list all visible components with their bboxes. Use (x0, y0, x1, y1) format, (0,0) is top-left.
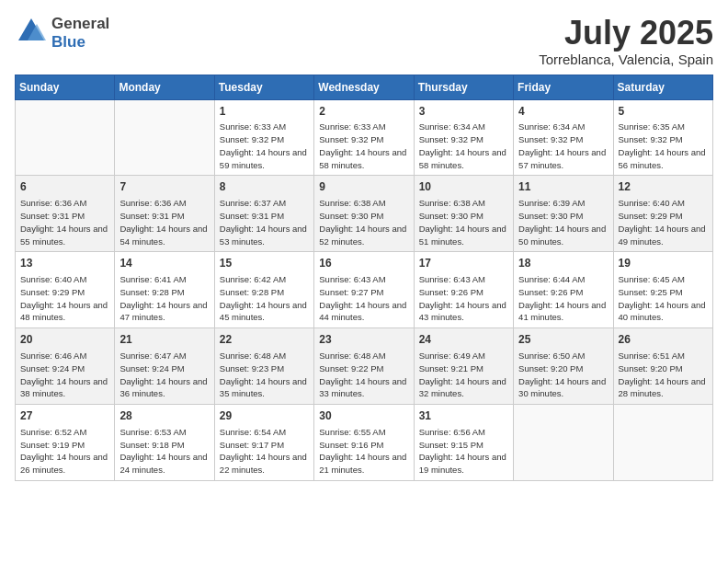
weekday-header: Thursday (414, 75, 513, 99)
title-area: July 2025 Torreblanca, Valencia, Spain (539, 15, 713, 67)
day-info: Sunrise: 6:52 AMSunset: 9:19 PMDaylight:… (20, 426, 109, 477)
day-number: 2 (319, 104, 408, 120)
day-info: Sunrise: 6:48 AMSunset: 9:22 PMDaylight:… (319, 350, 408, 400)
calendar-cell: 11Sunrise: 6:39 AMSunset: 9:30 PMDayligh… (514, 176, 613, 252)
day-number: 3 (419, 104, 508, 120)
calendar-cell: 29Sunrise: 6:54 AMSunset: 9:17 PMDayligh… (214, 405, 313, 481)
calendar-cell: 5Sunrise: 6:35 AMSunset: 9:32 PMDaylight… (613, 99, 712, 176)
calendar-week-row: 1Sunrise: 6:33 AMSunset: 9:32 PMDaylight… (16, 99, 713, 176)
day-number: 15 (220, 256, 309, 271)
day-info: Sunrise: 6:43 AMSunset: 9:27 PMDaylight:… (319, 273, 408, 324)
day-info: Sunrise: 6:47 AMSunset: 9:24 PMDaylight:… (119, 350, 209, 400)
day-info: Sunrise: 6:55 AMSunset: 9:16 PMDaylight:… (319, 426, 408, 477)
calendar-cell: 6Sunrise: 6:36 AMSunset: 9:31 PMDaylight… (16, 176, 115, 252)
day-info: Sunrise: 6:40 AMSunset: 9:29 PMDaylight:… (20, 273, 109, 324)
day-number: 21 (119, 332, 209, 348)
day-info: Sunrise: 6:53 AMSunset: 9:18 PMDaylight:… (119, 426, 209, 477)
day-info: Sunrise: 6:39 AMSunset: 9:30 PMDaylight:… (518, 197, 608, 247)
day-info: Sunrise: 6:34 AMSunset: 9:32 PMDaylight:… (518, 121, 608, 171)
day-number: 14 (119, 256, 209, 271)
calendar-table: SundayMondayTuesdayWednesdayThursdayFrid… (15, 75, 713, 481)
calendar-cell: 10Sunrise: 6:38 AMSunset: 9:30 PMDayligh… (414, 176, 513, 252)
day-number: 12 (619, 179, 708, 195)
calendar-cell: 25Sunrise: 6:50 AMSunset: 9:20 PMDayligh… (514, 328, 613, 405)
day-number: 28 (119, 408, 209, 424)
day-number: 18 (518, 256, 608, 271)
calendar-cell: 18Sunrise: 6:44 AMSunset: 9:26 PMDayligh… (514, 252, 613, 328)
day-number: 22 (220, 332, 309, 348)
day-info: Sunrise: 6:43 AMSunset: 9:26 PMDaylight:… (419, 273, 508, 324)
day-number: 7 (119, 179, 209, 195)
weekday-header: Tuesday (214, 75, 313, 99)
calendar-cell: 16Sunrise: 6:43 AMSunset: 9:27 PMDayligh… (314, 252, 414, 328)
calendar-cell: 17Sunrise: 6:43 AMSunset: 9:26 PMDayligh… (414, 252, 513, 328)
day-info: Sunrise: 6:50 AMSunset: 9:20 PMDaylight:… (518, 350, 608, 400)
calendar-cell: 1Sunrise: 6:33 AMSunset: 9:32 PMDaylight… (214, 99, 313, 176)
day-info: Sunrise: 6:51 AMSunset: 9:20 PMDaylight:… (619, 350, 708, 400)
day-info: Sunrise: 6:38 AMSunset: 9:30 PMDaylight:… (319, 197, 408, 247)
day-number: 17 (419, 256, 508, 271)
calendar-week-row: 6Sunrise: 6:36 AMSunset: 9:31 PMDaylight… (16, 176, 713, 252)
day-info: Sunrise: 6:48 AMSunset: 9:23 PMDaylight:… (220, 350, 309, 400)
day-number: 29 (220, 408, 309, 424)
calendar-week-row: 27Sunrise: 6:52 AMSunset: 9:19 PMDayligh… (16, 405, 713, 481)
calendar-week-row: 13Sunrise: 6:40 AMSunset: 9:29 PMDayligh… (16, 252, 713, 328)
page-header: General Blue July 2025 Torreblanca, Vale… (15, 15, 713, 67)
calendar-cell: 19Sunrise: 6:45 AMSunset: 9:25 PMDayligh… (613, 252, 712, 328)
calendar-cell: 8Sunrise: 6:37 AMSunset: 9:31 PMDaylight… (214, 176, 313, 252)
day-number: 1 (220, 104, 309, 120)
day-number: 6 (20, 179, 109, 195)
calendar-cell: 23Sunrise: 6:48 AMSunset: 9:22 PMDayligh… (314, 328, 414, 405)
day-info: Sunrise: 6:33 AMSunset: 9:32 PMDaylight:… (220, 121, 309, 171)
day-info: Sunrise: 6:41 AMSunset: 9:28 PMDaylight:… (119, 273, 209, 324)
calendar-cell: 24Sunrise: 6:49 AMSunset: 9:21 PMDayligh… (414, 328, 513, 405)
logo-blue: Blue (51, 33, 85, 51)
day-info: Sunrise: 6:40 AMSunset: 9:29 PMDaylight:… (619, 197, 708, 247)
day-info: Sunrise: 6:36 AMSunset: 9:31 PMDaylight:… (119, 197, 209, 247)
calendar-cell: 30Sunrise: 6:55 AMSunset: 9:16 PMDayligh… (314, 405, 414, 481)
day-number: 13 (20, 256, 109, 271)
day-number: 25 (518, 332, 608, 348)
logo: General Blue (15, 15, 109, 52)
day-number: 5 (619, 104, 708, 120)
day-info: Sunrise: 6:33 AMSunset: 9:32 PMDaylight:… (319, 121, 408, 171)
logo-general: General (51, 15, 109, 33)
calendar-cell (514, 405, 613, 481)
day-number: 10 (419, 179, 508, 195)
day-number: 4 (518, 104, 608, 120)
calendar-cell: 7Sunrise: 6:36 AMSunset: 9:31 PMDaylight… (115, 176, 214, 252)
logo-graphic (15, 15, 48, 52)
day-number: 9 (319, 179, 408, 195)
calendar-cell: 13Sunrise: 6:40 AMSunset: 9:29 PMDayligh… (16, 252, 115, 328)
calendar-cell: 4Sunrise: 6:34 AMSunset: 9:32 PMDaylight… (514, 99, 613, 176)
day-info: Sunrise: 6:44 AMSunset: 9:26 PMDaylight:… (518, 273, 608, 324)
day-info: Sunrise: 6:46 AMSunset: 9:24 PMDaylight:… (20, 350, 109, 400)
day-info: Sunrise: 6:34 AMSunset: 9:32 PMDaylight:… (419, 121, 508, 171)
day-info: Sunrise: 6:38 AMSunset: 9:30 PMDaylight:… (419, 197, 508, 247)
weekday-header: Monday (115, 75, 214, 99)
weekday-header: Saturday (613, 75, 712, 99)
calendar-cell (613, 405, 712, 481)
day-number: 26 (619, 332, 708, 348)
day-info: Sunrise: 6:49 AMSunset: 9:21 PMDaylight:… (419, 350, 508, 400)
location-title: Torreblanca, Valencia, Spain (539, 52, 713, 67)
day-number: 31 (419, 408, 508, 424)
calendar-week-row: 20Sunrise: 6:46 AMSunset: 9:24 PMDayligh… (16, 328, 713, 405)
calendar-cell: 14Sunrise: 6:41 AMSunset: 9:28 PMDayligh… (115, 252, 214, 328)
weekday-header: Sunday (16, 75, 115, 99)
calendar-cell: 3Sunrise: 6:34 AMSunset: 9:32 PMDaylight… (414, 99, 513, 176)
calendar-cell: 26Sunrise: 6:51 AMSunset: 9:20 PMDayligh… (613, 328, 712, 405)
day-number: 11 (518, 179, 608, 195)
day-number: 27 (20, 408, 109, 424)
day-number: 8 (220, 179, 309, 195)
weekday-header: Friday (514, 75, 613, 99)
calendar-cell: 15Sunrise: 6:42 AMSunset: 9:28 PMDayligh… (214, 252, 313, 328)
day-info: Sunrise: 6:56 AMSunset: 9:15 PMDaylight:… (419, 426, 508, 477)
day-info: Sunrise: 6:35 AMSunset: 9:32 PMDaylight:… (619, 121, 708, 171)
calendar-cell: 22Sunrise: 6:48 AMSunset: 9:23 PMDayligh… (214, 328, 313, 405)
day-info: Sunrise: 6:54 AMSunset: 9:17 PMDaylight:… (220, 426, 309, 477)
day-info: Sunrise: 6:42 AMSunset: 9:28 PMDaylight:… (220, 273, 309, 324)
calendar-header-row: SundayMondayTuesdayWednesdayThursdayFrid… (16, 75, 713, 99)
calendar-cell: 2Sunrise: 6:33 AMSunset: 9:32 PMDaylight… (314, 99, 414, 176)
day-number: 24 (419, 332, 508, 348)
